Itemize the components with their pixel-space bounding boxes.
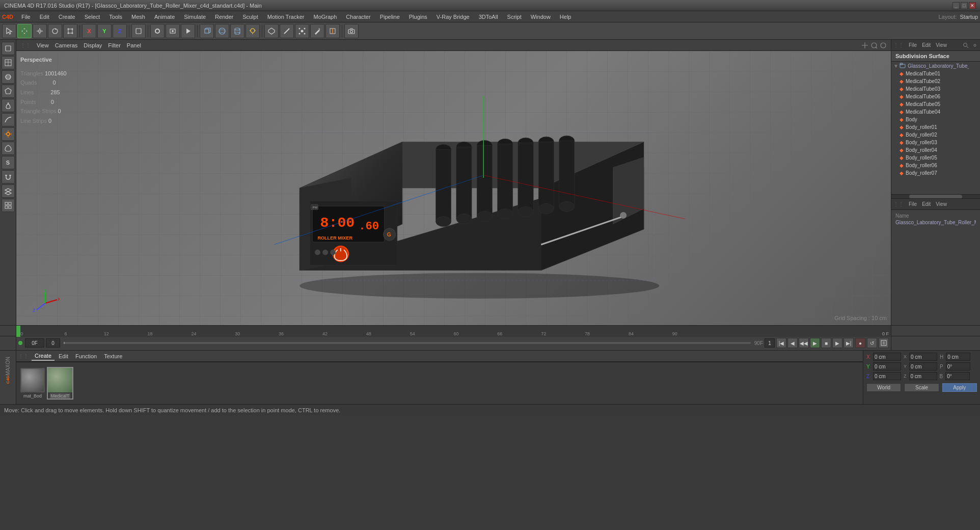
render-region-btn[interactable] — [166, 24, 180, 38]
play-btn[interactable]: ▶ — [810, 338, 820, 348]
mat-tab-create[interactable]: Create — [32, 352, 55, 361]
x-size-input[interactable] — [909, 353, 937, 361]
scene-tree-scrollbar[interactable] — [891, 194, 980, 198]
prev-frame-btn[interactable]: ◀ — [787, 338, 798, 348]
menu-animate[interactable]: Animate — [150, 13, 179, 21]
p-input[interactable] — [946, 362, 970, 370]
menu-file[interactable]: File — [17, 13, 35, 21]
magnet-btn[interactable] — [2, 170, 15, 183]
tree-item-0[interactable]: ◆ MedicalTube01 — [891, 70, 980, 77]
fps-input[interactable] — [765, 338, 775, 348]
menu-create[interactable]: Create — [55, 13, 79, 21]
point-mode-btn[interactable] — [295, 24, 309, 38]
tree-item-4[interactable]: ◆ MedicalTube05 — [891, 100, 980, 108]
panel-file-btn[interactable]: File — [907, 41, 919, 49]
edge-mode-btn[interactable] — [280, 24, 294, 38]
world-btn[interactable]: World — [866, 383, 901, 392]
mat-tab-edit[interactable]: Edit — [56, 352, 71, 360]
menu-edit[interactable]: Edit — [36, 13, 53, 21]
panel-file2-btn[interactable]: File — [907, 200, 919, 208]
menu-script[interactable]: Script — [503, 13, 526, 21]
tree-item-roller6[interactable]: ◆ Body_roller06 — [891, 162, 980, 169]
h-input[interactable] — [946, 353, 970, 361]
mode-s-btn[interactable]: S — [2, 156, 15, 169]
menu-character[interactable]: Character — [342, 13, 374, 21]
menu-motion-tracker[interactable]: Motion Tracker — [263, 13, 309, 21]
mat-tab-texture[interactable]: Texture — [101, 352, 125, 360]
current-frame-input[interactable]: 0F — [25, 338, 44, 348]
menu-sculpt[interactable]: Sculpt — [238, 13, 262, 21]
menu-tools[interactable]: Tools — [105, 13, 126, 21]
loop-btn[interactable]: ↺ — [867, 338, 877, 348]
tree-item-roller2[interactable]: ◆ Body_roller02 — [891, 131, 980, 139]
reverse-play-btn[interactable]: ◀◀ — [799, 338, 809, 348]
record-btn[interactable]: ● — [855, 338, 865, 348]
start-frame-input[interactable] — [46, 338, 60, 348]
viewport-canvas[interactable]: Perspective Triangles 1001460 Quads 0 Li… — [16, 51, 891, 325]
scale-tool-btn[interactable] — [33, 24, 47, 38]
stop-btn[interactable]: ■ — [821, 338, 831, 348]
x-axis-btn[interactable]: X — [82, 24, 96, 38]
panel-view2-btn[interactable]: View — [934, 200, 949, 208]
fast-forward-btn[interactable]: ▶| — [843, 338, 854, 348]
panel-view-btn[interactable]: View — [934, 41, 949, 49]
apply-btn[interactable]: Apply — [942, 383, 977, 392]
render-btn[interactable] — [150, 24, 165, 38]
select-tool-btn[interactable] — [2, 24, 16, 38]
menu-window[interactable]: Window — [527, 13, 555, 21]
material-swatch-1[interactable]: MedicalT — [47, 367, 73, 400]
panel-edit2-btn[interactable]: Edit — [920, 200, 933, 208]
tree-item-body[interactable]: ◆ Body — [891, 116, 980, 123]
mat-tab-function[interactable]: Function — [72, 352, 100, 360]
interactive-render-btn[interactable] — [181, 24, 195, 38]
loop-cut-btn[interactable] — [325, 24, 340, 38]
y-size-input[interactable] — [909, 362, 937, 370]
menu-mograph[interactable]: MoGraph — [309, 13, 341, 21]
tree-item-roller1[interactable]: ◆ Body_roller01 — [891, 123, 980, 131]
b-input[interactable] — [945, 372, 970, 380]
z-pos-input[interactable] — [873, 372, 901, 380]
panel-edit-btn[interactable]: Edit — [920, 41, 933, 49]
maximize-btn[interactable]: □ — [961, 2, 968, 9]
menu-select[interactable]: Select — [80, 13, 104, 21]
grid-btn[interactable] — [2, 199, 15, 212]
panel-menu[interactable]: Panel — [127, 42, 141, 48]
mode-texture-btn[interactable] — [2, 56, 15, 69]
mode-polygon-btn[interactable] — [2, 85, 15, 98]
menu-3dtoall[interactable]: 3DToAll — [475, 13, 502, 21]
object-mode-btn[interactable] — [131, 24, 146, 38]
transform-tool-btn[interactable] — [63, 24, 77, 38]
menu-simulate[interactable]: Simulate — [180, 13, 210, 21]
z-size-input[interactable] — [909, 372, 937, 380]
view-menu[interactable]: View — [37, 42, 49, 48]
tree-item-root[interactable]: ▼ Glassco_Laboratory_Tube_Roller_M — [891, 62, 980, 70]
filter-menu[interactable]: Filter — [108, 42, 120, 48]
tree-item-roller7[interactable]: ◆ Body_roller07 — [891, 169, 980, 177]
close-btn[interactable]: ✕ — [969, 2, 976, 9]
menu-mesh[interactable]: Mesh — [127, 13, 149, 21]
rotate-tool-btn[interactable] — [48, 24, 62, 38]
tree-item-roller5[interactable]: ◆ Body_roller05 — [891, 154, 980, 162]
material-swatch-0[interactable]: mat_Bod — [20, 368, 45, 399]
menu-help[interactable]: Help — [556, 13, 576, 21]
sphere-primitive-btn[interactable] — [215, 24, 229, 38]
timeline-scrubber[interactable] — [64, 342, 751, 344]
light-btn[interactable] — [246, 24, 260, 38]
tree-item-5[interactable]: ◆ MedicalTube04 — [891, 108, 980, 116]
y-axis-btn[interactable]: Y — [97, 24, 112, 38]
layers-btn[interactable] — [2, 184, 15, 198]
tree-item-3[interactable]: ◆ MedicalTube06 — [891, 93, 980, 100]
knife-btn[interactable] — [310, 24, 324, 38]
polygon-mode-btn[interactable] — [264, 24, 279, 38]
menu-render[interactable]: Render — [211, 13, 237, 21]
minimize-btn[interactable]: _ — [952, 2, 960, 9]
tree-item-1[interactable]: ◆ MedicalTube02 — [891, 77, 980, 85]
snap-btn[interactable] — [2, 127, 15, 141]
move-tool-btn[interactable] — [17, 24, 32, 38]
render-anim-btn[interactable] — [879, 338, 889, 348]
scale-btn[interactable]: Scale — [904, 383, 939, 392]
mode-uv-btn[interactable] — [2, 70, 15, 84]
tree-item-roller3[interactable]: ◆ Body_roller03 — [891, 139, 980, 146]
camera-btn[interactable] — [344, 24, 359, 38]
y-pos-input[interactable] — [873, 362, 901, 370]
